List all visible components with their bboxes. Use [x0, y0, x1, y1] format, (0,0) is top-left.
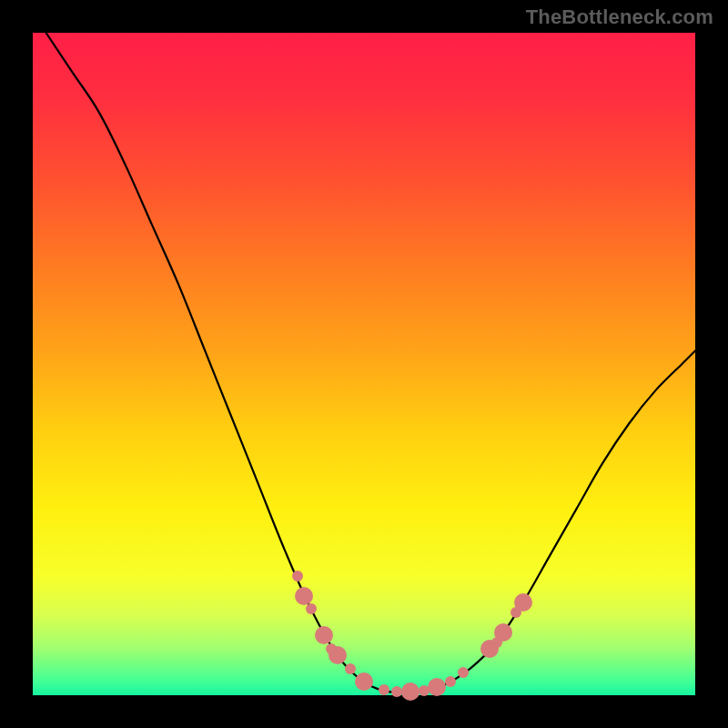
highlight-marker [428, 678, 446, 696]
highlight-marker [401, 682, 420, 701]
highlight-marker [379, 684, 389, 695]
chart-frame: TheBottleneck.com [0, 0, 728, 728]
highlight-marker [315, 626, 333, 644]
plot-area [33, 33, 695, 695]
highlight-marker [355, 672, 373, 691]
bottleneck-curve [33, 33, 695, 695]
highlight-marker [295, 587, 313, 605]
highlight-marker [306, 603, 317, 614]
highlight-marker [345, 663, 356, 674]
highlight-marker [292, 571, 303, 581]
highlight-marker [458, 667, 469, 678]
highlight-marker [514, 593, 532, 612]
watermark-text: TheBottleneck.com [526, 5, 713, 29]
highlight-marker [329, 646, 347, 664]
highlight-marker [445, 676, 456, 687]
highlight-marker [494, 623, 512, 642]
